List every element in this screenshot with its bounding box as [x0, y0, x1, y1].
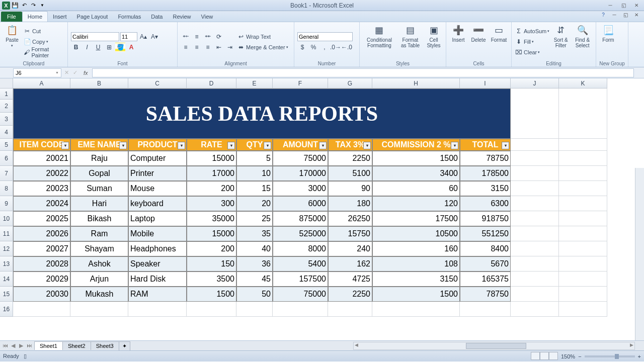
data-cell[interactable]: 918750 — [460, 211, 511, 226]
data-cell[interactable]: 200 — [187, 241, 236, 256]
fill-button[interactable]: ⬇Fill▾ — [515, 37, 549, 47]
cell[interactable] — [511, 151, 559, 166]
column-header-I[interactable]: I — [460, 78, 511, 88]
ribbon-help-icon[interactable]: ? — [598, 11, 609, 18]
row-header-7[interactable]: 7 — [0, 166, 13, 181]
column-header-D[interactable]: D — [187, 78, 236, 88]
row-header-13[interactable]: 13 — [0, 256, 13, 272]
data-cell[interactable]: 3150 — [460, 181, 511, 196]
data-cell[interactable]: 108 — [372, 256, 460, 272]
data-cell[interactable]: 15000 — [187, 151, 236, 166]
data-cell[interactable]: 75000 — [273, 287, 328, 302]
cell[interactable] — [70, 302, 128, 317]
row-header-12[interactable]: 12 — [0, 241, 13, 256]
doc-restore-button[interactable]: ◱ — [620, 11, 631, 18]
percent-icon[interactable]: % — [308, 43, 318, 52]
column-header-C[interactable]: C — [128, 78, 187, 88]
cell[interactable] — [511, 196, 559, 211]
data-cell[interactable]: 165375 — [460, 272, 511, 287]
cell-styles-button[interactable]: ▣Cell Styles — [425, 23, 443, 60]
cell[interactable] — [511, 211, 559, 226]
table-header[interactable]: TOTAL▾ — [460, 139, 511, 151]
delete-cells-button[interactable]: ➖Delete — [469, 23, 488, 60]
cell[interactable] — [511, 166, 559, 181]
data-cell[interactable]: 20022 — [13, 166, 70, 181]
wrap-text-button[interactable]: ↩Wrap Text — [237, 32, 288, 42]
data-cell[interactable]: 5400 — [273, 256, 328, 272]
align-right-icon[interactable]: ≡ — [203, 43, 213, 52]
doc-minimize-button[interactable]: ─ — [609, 11, 620, 18]
data-cell[interactable]: 26250 — [328, 211, 372, 226]
data-cell[interactable]: 20025 — [13, 211, 70, 226]
cell[interactable] — [372, 302, 460, 317]
data-cell[interactable]: Bikash — [70, 211, 128, 226]
cell[interactable] — [511, 241, 559, 256]
zoom-level[interactable]: 150% — [561, 353, 575, 359]
cell[interactable] — [511, 287, 559, 302]
table-header[interactable]: PRODUCT▾ — [128, 139, 187, 151]
data-cell[interactable]: 875000 — [273, 211, 328, 226]
cut-button[interactable]: ✂Cut — [23, 26, 64, 36]
formulas-tab[interactable]: Formulas — [113, 12, 146, 22]
font-size-select[interactable] — [120, 32, 137, 41]
redo-icon[interactable]: ↷ — [29, 2, 37, 10]
row-header-14[interactable]: 14 — [0, 272, 13, 287]
column-header-H[interactable]: H — [372, 78, 460, 88]
data-tab[interactable]: Data — [146, 12, 168, 22]
data-cell[interactable]: 5670 — [460, 256, 511, 272]
sheet-tab-3[interactable]: Sheet3 — [91, 341, 119, 350]
data-cell[interactable]: 1500 — [372, 151, 460, 166]
data-cell[interactable]: 240 — [328, 241, 372, 256]
cell[interactable] — [559, 226, 607, 241]
sheet-tab-1[interactable]: Sheet1 — [34, 341, 63, 350]
row-header-10[interactable]: 10 — [0, 211, 13, 226]
filter-dropdown-icon[interactable]: ▾ — [451, 142, 458, 149]
cell[interactable] — [559, 139, 607, 151]
align-bottom-icon[interactable]: ⬵ — [203, 32, 213, 41]
name-box[interactable]: J6▼ — [13, 68, 61, 77]
increase-indent-icon[interactable]: ⇥ — [225, 43, 235, 52]
data-cell[interactable]: 20029 — [13, 272, 70, 287]
row-header-16[interactable]: 16 — [0, 302, 13, 317]
zoom-in-button[interactable]: + — [638, 353, 641, 359]
conditional-formatting-button[interactable]: ▦Conditional Formatting — [363, 23, 396, 60]
row-header-2[interactable]: 2 — [0, 100, 13, 113]
data-cell[interactable]: RAM — [128, 287, 187, 302]
formula-input[interactable] — [92, 68, 634, 77]
zoom-slider[interactable] — [585, 355, 635, 357]
data-cell[interactable]: 75000 — [273, 151, 328, 166]
cell[interactable] — [559, 196, 607, 211]
cell[interactable] — [511, 256, 559, 272]
data-cell[interactable]: Ram — [70, 226, 128, 241]
cell[interactable] — [511, 226, 559, 241]
data-cell[interactable]: Hari — [70, 196, 128, 211]
doc-close-button[interactable]: ✕ — [631, 11, 642, 18]
cell[interactable] — [559, 211, 607, 226]
restore-button[interactable]: ◱ — [618, 2, 629, 9]
clear-button[interactable]: ⌧Clear▾ — [515, 47, 549, 57]
autosum-button[interactable]: ΣAutoSum▾ — [515, 26, 549, 36]
data-cell[interactable]: Raju — [70, 151, 128, 166]
fx-icon[interactable]: fx — [79, 70, 92, 76]
find-select-button[interactable]: 🔍Find & Select — [572, 23, 593, 60]
data-cell[interactable]: 120 — [372, 196, 460, 211]
align-center-icon[interactable]: ≡ — [192, 43, 202, 52]
cell[interactable] — [559, 88, 607, 139]
cell[interactable] — [511, 139, 559, 151]
data-cell[interactable]: 20 — [236, 196, 273, 211]
increase-decimal-icon[interactable]: .0→ — [331, 43, 341, 52]
data-cell[interactable]: 20030 — [13, 287, 70, 302]
table-header[interactable]: AMOUNT▾ — [273, 139, 328, 151]
sort-filter-button[interactable]: ⇵Sort & Filter — [551, 23, 570, 60]
cell[interactable] — [559, 287, 607, 302]
next-sheet-icon[interactable]: ▶ — [17, 342, 25, 349]
data-cell[interactable]: Suman — [70, 181, 128, 196]
data-cell[interactable]: 36 — [236, 256, 273, 272]
data-cell[interactable]: Mouse — [128, 181, 187, 196]
data-cell[interactable]: 2250 — [328, 151, 372, 166]
cell[interactable] — [559, 272, 607, 287]
format-cells-button[interactable]: ▭Format — [490, 23, 508, 60]
data-cell[interactable]: 15 — [236, 181, 273, 196]
data-cell[interactable]: 40 — [236, 241, 273, 256]
title-banner[interactable]: SALES DATA REPORTS — [13, 88, 511, 139]
